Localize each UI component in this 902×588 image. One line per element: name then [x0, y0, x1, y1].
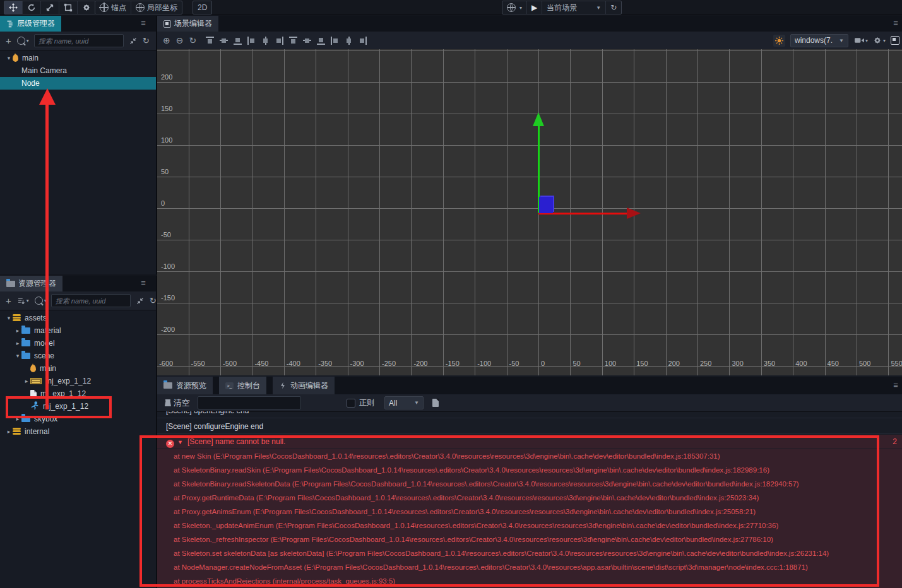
tab-asset-preview[interactable]: 资源预览 [157, 377, 213, 394]
align-center-icon[interactable] [261, 37, 270, 45]
terminal-icon: >_ [225, 382, 234, 389]
search-filter-button[interactable]: ▾ [17, 37, 29, 45]
platform-globe-button[interactable]: ▾ [502, 1, 526, 14]
scale-tool-button[interactable] [40, 1, 59, 14]
align-left-icon[interactable] [247, 37, 256, 45]
tree-item-scene[interactable]: ▾scene [0, 350, 156, 362]
scene-viewport[interactable]: -600-550-500-450-400-350-300-250-200-150… [157, 49, 902, 375]
tree-item-main[interactable]: main [0, 362, 156, 375]
assets-refresh-button[interactable]: ↻ [150, 296, 157, 305]
log-row[interactable]: [Scene] configureEngine end [157, 420, 902, 434]
error-count-badge: 2 [893, 435, 897, 449]
transform-tool-group [4, 1, 96, 15]
assets-menu-icon[interactable]: ≡ [138, 278, 148, 288]
anchor-button[interactable]: 锚点 [95, 1, 131, 14]
distribute-middle-icon[interactable] [303, 37, 311, 45]
camera-icon [855, 37, 864, 44]
assets-search-input[interactable] [51, 294, 131, 307]
tree-item-main[interactable]: ▾main [0, 52, 156, 64]
tree-item-node[interactable]: Node [0, 77, 156, 90]
anchor-label: 锚点 [111, 3, 126, 13]
hierarchy-search-input[interactable] [34, 34, 124, 47]
local-coordinates-label: 局部坐标 [147, 3, 177, 13]
refresh-icon: ↻ [610, 4, 617, 11]
distribute-bottom-icon[interactable] [317, 37, 325, 45]
reload-button[interactable]: ↻ [605, 1, 621, 14]
move-tool-button[interactable] [4, 1, 22, 14]
sort-assets-button[interactable]: ▾ [17, 297, 29, 305]
tab-assets[interactable]: 资源管理器 [0, 276, 62, 291]
distribute-center-icon[interactable] [345, 37, 353, 45]
x-axis-tick-label: 200 [668, 360, 680, 367]
expander-icon[interactable]: ▾ [5, 315, 13, 321]
reset-view-button[interactable]: ↻ [189, 35, 196, 45]
x-axis-tick-label: 450 [828, 360, 839, 367]
expander-icon[interactable]: ▸ [14, 340, 21, 346]
expander-icon[interactable]: ▸ [5, 428, 13, 435]
export-log-button[interactable] [432, 399, 439, 407]
log-row[interactable]: [Scene] openEngine end [157, 411, 902, 418]
node-cube[interactable] [539, 197, 553, 213]
tree-item-internal[interactable]: ▸internal [0, 425, 156, 438]
distribute-left-icon[interactable] [331, 37, 339, 45]
grid-line-horizontal [157, 240, 902, 240]
regex-checkbox[interactable] [347, 399, 355, 408]
coord-tool-group: 锚点 局部坐标 [95, 1, 182, 15]
scene-settings-button[interactable]: ▾ [873, 36, 886, 45]
expander-icon[interactable]: ▸ [14, 327, 21, 334]
add-asset-button[interactable]: + [6, 295, 11, 306]
layout-button[interactable] [891, 36, 899, 45]
x-axis-tick-label: -300 [350, 360, 364, 367]
tree-item-mj_exp_1_12[interactable]: ▸mj_exp_1_12 [0, 375, 156, 387]
tree-item-label: internal [25, 427, 49, 436]
distribute-right-icon[interactable] [359, 37, 367, 45]
display-mode-dropdown[interactable]: windows(7... ▼ [790, 34, 848, 47]
mode-2d-button[interactable]: 2D [193, 1, 211, 14]
gizmo-settings-button[interactable] [77, 1, 95, 14]
grid-line-horizontal [157, 145, 902, 146]
light-toggle-button[interactable] [773, 35, 785, 47]
x-axis-tick-label: -100 [477, 360, 491, 367]
grid-line-horizontal [157, 366, 902, 367]
y-axis-tick-label: -150 [161, 294, 175, 302]
scene-select-dropdown[interactable]: 当前场景 ▼ [542, 1, 605, 14]
tree-item-main-camera[interactable]: Main Camera [0, 64, 156, 77]
align-top-icon[interactable] [206, 37, 214, 45]
rect-tool-button[interactable] [59, 1, 77, 14]
rotate-tool-button[interactable] [22, 1, 40, 14]
add-node-button[interactable]: + [6, 35, 11, 46]
tree-item-label: Node [21, 79, 40, 88]
x-axis-tick-label: 300 [732, 360, 743, 367]
align-middle-icon[interactable] [220, 37, 228, 45]
tab-hierarchy[interactable]: 层级管理器 [0, 16, 61, 32]
expander-icon[interactable]: ▾ [5, 55, 13, 61]
tab-scene-editor[interactable]: 场景编辑器 [157, 16, 218, 32]
local-coordinates-button[interactable]: 局部坐标 [131, 1, 182, 14]
console-menu-icon[interactable]: ≡ [891, 380, 901, 391]
log-level-dropdown[interactable]: All ▼ [384, 396, 424, 409]
camera-settings-button[interactable]: ▾ [855, 37, 868, 44]
align-right-icon[interactable] [275, 37, 283, 45]
zoom-out-button[interactable]: ⊖ [176, 35, 184, 45]
align-bottom-icon[interactable] [234, 37, 242, 45]
zoom-in-button[interactable]: ⊕ [163, 35, 170, 45]
tree-item-model[interactable]: ▸model [0, 337, 156, 350]
expander-icon[interactable]: ▾ [14, 353, 21, 359]
assets-collapse-all-button[interactable] [136, 297, 144, 305]
tab-label: 控制台 [237, 380, 260, 391]
chevron-down-icon: ▼ [596, 5, 601, 11]
asset-search-filter-button[interactable]: ▾ [35, 297, 47, 305]
tab-animation-editor[interactable]: 动画编辑器 [273, 377, 335, 394]
clear-console-button[interactable]: 清空 [165, 397, 190, 409]
hierarchy-menu-icon[interactable]: ≡ [138, 18, 148, 28]
distribute-top-icon[interactable] [289, 37, 297, 45]
expander-icon[interactable]: ▸ [23, 378, 30, 384]
play-button[interactable]: ▶ [526, 1, 542, 14]
tree-item-material[interactable]: ▸material [0, 324, 156, 337]
tree-item-assets[interactable]: ▾assets [0, 312, 156, 324]
console-filter-input[interactable] [198, 396, 301, 409]
tab-console[interactable]: >_控制台 [219, 377, 266, 394]
scene-menu-icon[interactable]: ≡ [891, 18, 901, 28]
collapse-all-button[interactable] [129, 37, 137, 45]
hierarchy-refresh-button[interactable]: ↻ [143, 36, 150, 45]
